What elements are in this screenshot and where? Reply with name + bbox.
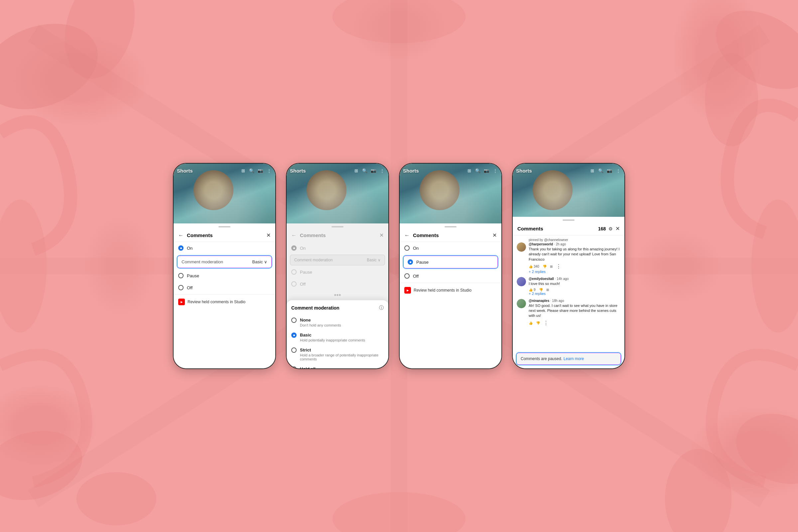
learn-more-link-4[interactable]: Learn more (564, 357, 584, 361)
shorts-title-2: Shorts (290, 168, 353, 174)
radio-holdall-2[interactable] (291, 366, 297, 368)
flag-btn-2[interactable]: ⊞ (546, 288, 549, 291)
radio-pause-1[interactable] (178, 273, 184, 278)
comment-item-1: pinned by @channelowner @harpersworld · … (517, 238, 621, 274)
radio-strict-2[interactable] (291, 347, 297, 353)
search-icon-1: 🔍 (249, 168, 255, 174)
replies-link-1[interactable]: + 2 replies (529, 270, 621, 274)
close-button-4[interactable]: ✕ (615, 225, 620, 232)
on-label-1: On (187, 246, 192, 251)
comment-text-3: Ah! SO good. I can't wait to see what yo… (529, 303, 621, 319)
replies-link-2[interactable]: + 2 replies (529, 291, 621, 296)
comments-header-1: ← Comments ✕ (174, 229, 275, 242)
radio-on-3[interactable] (404, 245, 410, 251)
mod-option-strict-2[interactable]: Strict Hold a broader range of potential… (291, 345, 384, 364)
divider-1 (174, 294, 275, 294)
mod-holdall-label-2: Hold all (300, 366, 330, 368)
svg-point-8 (332, 0, 466, 43)
radio-on-1[interactable] (178, 245, 184, 251)
review-link-3[interactable]: ▶ Review held comments in Studio (400, 284, 501, 297)
like-btn-3[interactable]: 👍 (529, 321, 533, 325)
radio-pause-2[interactable] (291, 269, 297, 274)
moderation-dropdown-2: Comment moderation ⓘ None Don't hold any… (287, 300, 388, 368)
radio-none-2[interactable] (291, 318, 297, 323)
more-dots-1[interactable]: ⋮ (556, 263, 561, 270)
dislike-btn-2[interactable]: 👎 (539, 288, 543, 291)
like-btn-2[interactable]: 👍 9 (529, 288, 536, 291)
comment-handle-2: @emilydoesitall (529, 277, 554, 281)
comment-actions-1: 👍 340 👎 ⊞ ⋮ (529, 263, 621, 270)
radio-basic-2[interactable] (291, 332, 297, 338)
scroll-indicator-2: ••• (287, 290, 388, 300)
avatar-2 (517, 277, 526, 286)
option-on-3[interactable]: On (400, 242, 501, 254)
shorts-title-3: Shorts (403, 168, 466, 174)
svg-point-11 (752, 200, 798, 332)
mod-value-2-grey: Basic ∨ (367, 258, 381, 262)
on-label-3: On (413, 246, 419, 251)
info-icon-2[interactable]: ⓘ (379, 305, 384, 311)
option-off-2[interactable]: Off (287, 278, 388, 290)
more-dots-3[interactable]: ⋮ (543, 320, 549, 326)
comment-text-2: I love this so much! (529, 281, 621, 286)
option-off-1[interactable]: Off (174, 282, 275, 293)
review-text-1: Review held comments in Studio (188, 300, 245, 304)
comments-title-4: Comments (517, 226, 598, 231)
radio-on-2[interactable] (291, 245, 297, 251)
off-label-2: Off (300, 282, 306, 287)
radio-off-3[interactable] (404, 273, 410, 279)
comments-title-3: Comments (413, 232, 492, 238)
moderation-label-1: Comment moderation (182, 259, 252, 264)
comment-actions-3: 👍 👎 ⋮ (529, 320, 621, 326)
option-pause-1[interactable]: Pause (174, 270, 275, 282)
radio-off-2[interactable] (291, 281, 297, 287)
cast-icon-2: ⊞ (353, 168, 359, 174)
option-on-1[interactable]: On (174, 242, 275, 254)
pause-label-3: Pause (416, 260, 429, 265)
filter-icon-4[interactable]: ⚙ (608, 226, 613, 231)
svg-point-4 (0, 421, 90, 511)
like-btn-1[interactable]: 👍 340 (529, 265, 539, 268)
comment-handle-1: @harpersworld (529, 242, 553, 246)
option-off-3[interactable]: Off (400, 270, 501, 282)
phones-container: Shorts ⊞ 🔍 📷 ⋮ ← Comments ✕ (146, 143, 652, 389)
close-button-3[interactable]: ✕ (492, 232, 497, 239)
comment-time-2: 14h ago (557, 277, 569, 281)
review-link-1[interactable]: ▶ Review held comments in Studio (174, 295, 275, 308)
mod-dropdown-title-2: Comment moderation (291, 305, 379, 310)
flag-btn-1[interactable]: ⊞ (550, 265, 553, 268)
divider-3 (400, 283, 501, 283)
phone-4: Shorts ⊞ 🔍 📷 ⋮ Comments 168 ⚙ ✕ (512, 163, 625, 369)
back-arrow-1[interactable]: ← (178, 232, 184, 239)
close-button-2[interactable]: ✕ (379, 232, 384, 239)
pinned-label-1: pinned by @channelowner (529, 238, 621, 242)
cast-icon-1: ⊞ (240, 168, 246, 174)
comment-actions-2: 👍 9 👎 ⊞ (529, 288, 621, 291)
mod-option-basic-2[interactable]: Basic Hold potentially inappropriate com… (291, 330, 384, 345)
dislike-btn-3[interactable]: 👎 (536, 321, 540, 325)
comments-list-4: pinned by @channelowner @harpersworld · … (513, 235, 624, 351)
comment-content-3: @ninanaples · 18h ago Ah! SO good. I can… (529, 299, 621, 326)
back-arrow-3[interactable]: ← (404, 232, 410, 239)
dislike-btn-1[interactable]: 👎 (543, 265, 547, 268)
radio-pause-3[interactable] (407, 259, 413, 265)
shorts-title-1: Shorts (177, 168, 240, 174)
off-label-1: Off (187, 285, 192, 290)
cast-icon-4: ⊞ (589, 168, 595, 174)
moderation-box-1[interactable]: Comment moderation Basic ∨ (177, 255, 272, 268)
pause-box-3[interactable]: Pause (403, 255, 498, 269)
drag-indicator-1 (218, 226, 230, 227)
video-thumbnail-4: Shorts ⊞ 🔍 📷 ⋮ (513, 164, 624, 217)
mod-strict-sublabel-2: Hold a broader range of potentially inap… (300, 353, 384, 361)
back-arrow-2[interactable]: ← (291, 232, 297, 239)
radio-off-1[interactable] (178, 285, 184, 290)
close-button-1[interactable]: ✕ (266, 232, 271, 239)
option-pause-2[interactable]: Pause (287, 266, 388, 278)
mod-option-holdall-2[interactable]: Hold all Hold all comments (291, 364, 384, 368)
option-on-2[interactable]: On (287, 242, 388, 254)
drag-indicator-4 (563, 220, 574, 221)
avatar-3 (517, 299, 526, 308)
comment-text-1: Thank you for taking us along for this a… (529, 247, 621, 262)
video-thumbnail-2: Shorts ⊞ 🔍 📷 ⋮ (287, 164, 388, 224)
mod-option-none-2[interactable]: None Don't hold any comments (291, 315, 384, 330)
